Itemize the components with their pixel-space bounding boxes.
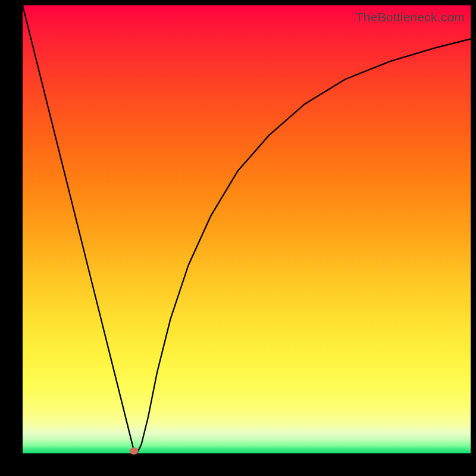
curve-svg [23, 5, 471, 453]
minimum-marker-dot [129, 447, 138, 455]
chart-frame: TheBottleneck.com [0, 0, 476, 476]
bottleneck-curve-path [23, 5, 471, 453]
plot-area: TheBottleneck.com [23, 5, 471, 453]
watermark-text: TheBottleneck.com [356, 10, 465, 24]
